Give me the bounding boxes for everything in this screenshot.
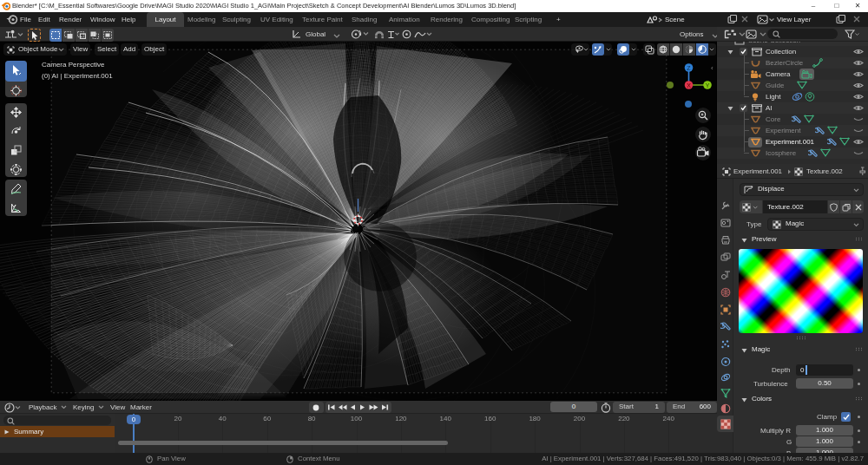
svg-text:Z: Z [687,65,691,71]
svg-text:Y: Y [706,82,710,88]
svg-text:X: X [687,82,691,88]
